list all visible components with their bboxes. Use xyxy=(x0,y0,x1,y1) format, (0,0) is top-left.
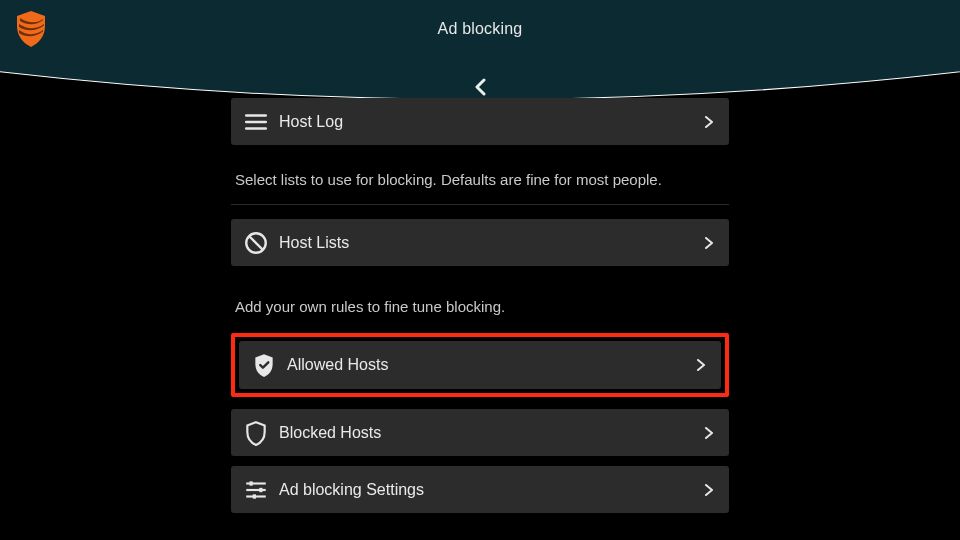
sliders-icon xyxy=(243,477,269,503)
content-list: Host Log Select lists to use for blockin… xyxy=(231,98,729,523)
blocklist-icon xyxy=(243,230,269,256)
row-host-log[interactable]: Host Log xyxy=(231,98,729,145)
back-icon[interactable] xyxy=(472,78,490,96)
screen: Ad blocking Host Log Select lists to use… xyxy=(0,0,960,540)
row-label: Ad blocking Settings xyxy=(279,481,424,499)
row-allowed-hosts[interactable]: Allowed Hosts xyxy=(239,341,721,389)
svg-rect-7 xyxy=(253,494,256,498)
row-label: Allowed Hosts xyxy=(287,356,388,374)
shield-outline-icon xyxy=(243,420,269,446)
chevron-right-icon xyxy=(703,427,715,439)
help-text-rules: Add your own rules to fine tune blocking… xyxy=(231,288,729,323)
row-host-lists[interactable]: Host Lists xyxy=(231,219,729,266)
svg-rect-5 xyxy=(250,481,253,485)
row-label: Host Log xyxy=(279,113,343,131)
top-bar: Ad blocking xyxy=(0,0,960,74)
row-label: Host Lists xyxy=(279,234,349,252)
row-ad-blocking-settings[interactable]: Ad blocking Settings xyxy=(231,466,729,513)
chevron-right-icon xyxy=(695,359,707,371)
chevron-right-icon xyxy=(703,116,715,128)
shield-check-icon xyxy=(251,352,277,378)
hamburger-icon xyxy=(243,109,269,135)
row-label: Blocked Hosts xyxy=(279,424,381,442)
help-text-lists: Select lists to use for blocking. Defaul… xyxy=(231,161,729,205)
page-title: Ad blocking xyxy=(0,20,960,38)
chevron-right-icon xyxy=(703,484,715,496)
svg-rect-6 xyxy=(259,487,262,491)
row-blocked-hosts[interactable]: Blocked Hosts xyxy=(231,409,729,456)
chevron-right-icon xyxy=(703,237,715,249)
highlight-box: Allowed Hosts xyxy=(231,333,729,397)
svg-line-1 xyxy=(250,236,263,249)
